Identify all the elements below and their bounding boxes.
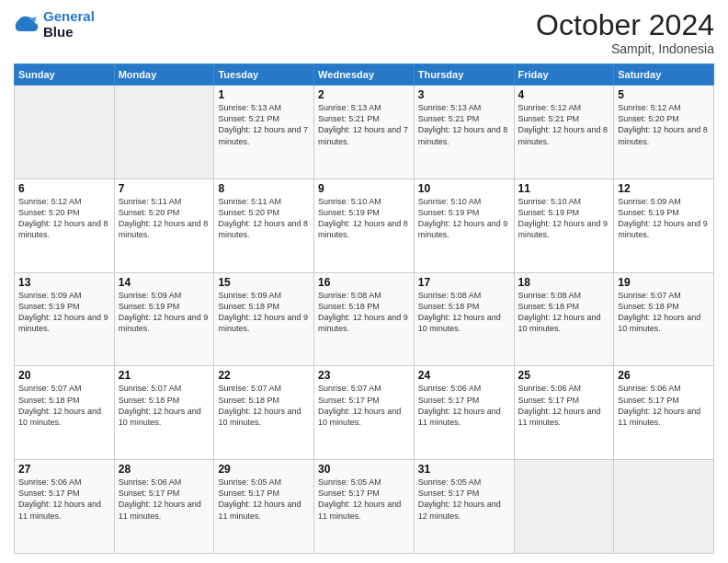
day-number: 6 xyxy=(18,182,110,195)
day-info: Sunrise: 5:13 AMSunset: 5:21 PMDaylight:… xyxy=(318,102,410,147)
week-row-5: 27Sunrise: 5:06 AMSunset: 5:17 PMDayligh… xyxy=(15,460,714,554)
day-cell: 26Sunrise: 5:06 AMSunset: 5:17 PMDayligh… xyxy=(614,366,714,460)
day-number: 29 xyxy=(218,463,310,476)
day-info: Sunrise: 5:11 AMSunset: 5:20 PMDaylight:… xyxy=(218,196,310,241)
day-info: Sunrise: 5:06 AMSunset: 5:17 PMDaylight:… xyxy=(618,383,710,428)
day-cell: 24Sunrise: 5:06 AMSunset: 5:17 PMDayligh… xyxy=(414,366,514,460)
day-cell: 28Sunrise: 5:06 AMSunset: 5:17 PMDayligh… xyxy=(114,460,214,554)
weekday-header-friday: Friday xyxy=(514,64,614,86)
day-info: Sunrise: 5:09 AMSunset: 5:19 PMDaylight:… xyxy=(119,290,210,335)
day-info: Sunrise: 5:09 AMSunset: 5:19 PMDaylight:… xyxy=(618,196,710,241)
day-info: Sunrise: 5:11 AMSunset: 5:20 PMDaylight:… xyxy=(119,196,210,241)
day-number: 19 xyxy=(618,276,710,289)
weekday-header-wednesday: Wednesday xyxy=(314,64,415,86)
day-info: Sunrise: 5:08 AMSunset: 5:18 PMDaylight:… xyxy=(518,290,610,335)
day-number: 9 xyxy=(318,182,410,195)
week-row-4: 20Sunrise: 5:07 AMSunset: 5:18 PMDayligh… xyxy=(15,366,714,460)
day-cell: 23Sunrise: 5:07 AMSunset: 5:17 PMDayligh… xyxy=(314,366,415,460)
day-cell: 4Sunrise: 5:12 AMSunset: 5:21 PMDaylight… xyxy=(514,86,614,179)
day-info: Sunrise: 5:05 AMSunset: 5:17 PMDaylight:… xyxy=(418,477,510,522)
day-info: Sunrise: 5:12 AMSunset: 5:20 PMDaylight:… xyxy=(618,102,710,147)
day-info: Sunrise: 5:08 AMSunset: 5:18 PMDaylight:… xyxy=(418,290,510,335)
day-info: Sunrise: 5:06 AMSunset: 5:17 PMDaylight:… xyxy=(18,477,110,522)
day-cell: 15Sunrise: 5:09 AMSunset: 5:18 PMDayligh… xyxy=(214,272,314,366)
day-info: Sunrise: 5:10 AMSunset: 5:19 PMDaylight:… xyxy=(518,196,610,241)
day-number: 8 xyxy=(218,182,310,195)
day-cell: 12Sunrise: 5:09 AMSunset: 5:19 PMDayligh… xyxy=(614,178,714,272)
day-info: Sunrise: 5:10 AMSunset: 5:19 PMDaylight:… xyxy=(418,196,510,241)
day-cell: 10Sunrise: 5:10 AMSunset: 5:19 PMDayligh… xyxy=(414,178,514,272)
week-row-3: 13Sunrise: 5:09 AMSunset: 5:19 PMDayligh… xyxy=(15,272,714,366)
day-info: Sunrise: 5:09 AMSunset: 5:19 PMDaylight:… xyxy=(18,290,110,335)
day-cell: 16Sunrise: 5:08 AMSunset: 5:18 PMDayligh… xyxy=(314,272,415,366)
weekday-header-sunday: Sunday xyxy=(15,64,115,86)
weekday-header-tuesday: Tuesday xyxy=(214,64,314,86)
day-info: Sunrise: 5:13 AMSunset: 5:21 PMDaylight:… xyxy=(418,102,510,147)
day-cell: 5Sunrise: 5:12 AMSunset: 5:20 PMDaylight… xyxy=(614,86,714,179)
day-cell: 19Sunrise: 5:07 AMSunset: 5:18 PMDayligh… xyxy=(614,272,714,366)
day-cell: 13Sunrise: 5:09 AMSunset: 5:19 PMDayligh… xyxy=(15,272,115,366)
day-number: 14 xyxy=(119,276,210,289)
weekday-header-saturday: Saturday xyxy=(614,64,714,86)
location: Sampit, Indonesia xyxy=(536,41,714,56)
day-info: Sunrise: 5:10 AMSunset: 5:19 PMDaylight:… xyxy=(318,196,410,241)
day-number: 13 xyxy=(18,276,110,289)
day-info: Sunrise: 5:06 AMSunset: 5:17 PMDaylight:… xyxy=(418,383,510,428)
day-cell: 3Sunrise: 5:13 AMSunset: 5:21 PMDaylight… xyxy=(414,86,514,179)
day-number: 23 xyxy=(318,369,410,382)
weekday-header-thursday: Thursday xyxy=(414,64,514,86)
day-number: 24 xyxy=(418,369,510,382)
day-cell: 1Sunrise: 5:13 AMSunset: 5:21 PMDaylight… xyxy=(214,86,314,179)
logo-text: General Blue xyxy=(43,9,95,40)
day-number: 27 xyxy=(18,463,110,476)
week-row-2: 6Sunrise: 5:12 AMSunset: 5:20 PMDaylight… xyxy=(15,178,714,272)
day-number: 28 xyxy=(119,463,210,476)
day-number: 15 xyxy=(218,276,310,289)
day-number: 1 xyxy=(218,88,310,101)
day-number: 26 xyxy=(618,369,710,382)
day-info: Sunrise: 5:12 AMSunset: 5:21 PMDaylight:… xyxy=(518,102,610,147)
day-cell: 9Sunrise: 5:10 AMSunset: 5:19 PMDaylight… xyxy=(314,178,415,272)
day-number: 5 xyxy=(618,88,710,101)
calendar-table: SundayMondayTuesdayWednesdayThursdayFrid… xyxy=(14,63,714,554)
weekday-header-monday: Monday xyxy=(114,64,214,86)
day-number: 30 xyxy=(318,463,410,476)
day-number: 11 xyxy=(518,182,610,195)
day-number: 25 xyxy=(518,369,610,382)
day-info: Sunrise: 5:09 AMSunset: 5:18 PMDaylight:… xyxy=(218,290,310,335)
day-cell: 20Sunrise: 5:07 AMSunset: 5:18 PMDayligh… xyxy=(15,366,115,460)
day-number: 17 xyxy=(418,276,510,289)
month-title: October 2024 xyxy=(536,9,714,41)
weekday-header-row: SundayMondayTuesdayWednesdayThursdayFrid… xyxy=(15,64,714,86)
day-info: Sunrise: 5:07 AMSunset: 5:18 PMDaylight:… xyxy=(218,383,310,428)
day-cell xyxy=(114,86,214,179)
day-info: Sunrise: 5:06 AMSunset: 5:17 PMDaylight:… xyxy=(518,383,610,428)
day-info: Sunrise: 5:13 AMSunset: 5:21 PMDaylight:… xyxy=(218,102,310,147)
day-number: 22 xyxy=(218,369,310,382)
day-cell: 22Sunrise: 5:07 AMSunset: 5:18 PMDayligh… xyxy=(214,366,314,460)
day-cell: 27Sunrise: 5:06 AMSunset: 5:17 PMDayligh… xyxy=(15,460,115,554)
day-info: Sunrise: 5:12 AMSunset: 5:20 PMDaylight:… xyxy=(18,196,110,241)
day-number: 20 xyxy=(18,369,110,382)
day-number: 31 xyxy=(418,463,510,476)
day-cell: 6Sunrise: 5:12 AMSunset: 5:20 PMDaylight… xyxy=(15,178,115,272)
day-number: 21 xyxy=(119,369,210,382)
day-cell xyxy=(15,86,115,179)
day-cell: 21Sunrise: 5:07 AMSunset: 5:18 PMDayligh… xyxy=(114,366,214,460)
title-section: October 2024 Sampit, Indonesia xyxy=(536,9,714,56)
day-cell: 31Sunrise: 5:05 AMSunset: 5:17 PMDayligh… xyxy=(414,460,514,554)
day-number: 12 xyxy=(618,182,710,195)
day-info: Sunrise: 5:07 AMSunset: 5:18 PMDaylight:… xyxy=(119,383,210,428)
day-cell: 25Sunrise: 5:06 AMSunset: 5:17 PMDayligh… xyxy=(514,366,614,460)
day-cell: 7Sunrise: 5:11 AMSunset: 5:20 PMDaylight… xyxy=(114,178,214,272)
week-row-1: 1Sunrise: 5:13 AMSunset: 5:21 PMDaylight… xyxy=(15,86,714,179)
day-info: Sunrise: 5:07 AMSunset: 5:18 PMDaylight:… xyxy=(18,383,110,428)
day-info: Sunrise: 5:07 AMSunset: 5:17 PMDaylight:… xyxy=(318,383,410,428)
logo-icon xyxy=(14,12,40,38)
day-info: Sunrise: 5:05 AMSunset: 5:17 PMDaylight:… xyxy=(218,477,310,522)
day-number: 4 xyxy=(518,88,610,101)
day-cell xyxy=(514,460,614,554)
day-number: 3 xyxy=(418,88,510,101)
day-cell: 14Sunrise: 5:09 AMSunset: 5:19 PMDayligh… xyxy=(114,272,214,366)
day-info: Sunrise: 5:08 AMSunset: 5:18 PMDaylight:… xyxy=(318,290,410,335)
